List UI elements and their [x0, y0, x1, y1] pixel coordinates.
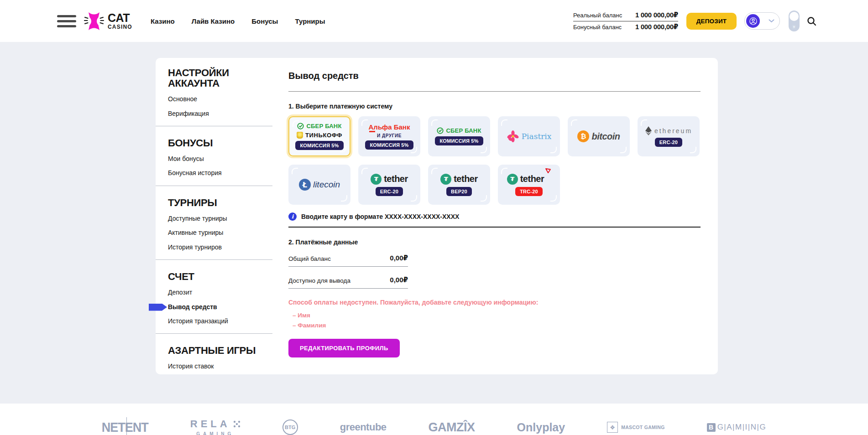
sberbank-icon: [297, 123, 304, 129]
tinkoff-icon: [297, 132, 303, 139]
provider-onlyplay[interactable]: Onlyplay: [517, 421, 565, 434]
sidebar-divider: [156, 186, 272, 186]
cat-logo-icon: [84, 10, 105, 31]
litecoin-icon: Ł: [299, 179, 311, 191]
providers-footer: NETENT RELA GAMING BTG greentube GAMZÎX …: [0, 404, 868, 435]
sidebar-item-main[interactable]: Основное: [168, 96, 288, 103]
available-balance-value: 0,00₽: [390, 276, 408, 284]
logo[interactable]: CAT CASINO: [84, 10, 132, 31]
commission-badge: КОМИССИЯ 5%: [295, 141, 343, 150]
withdrawal-content: Вывод средств 1. Выберите платежную сист…: [288, 58, 718, 374]
sidebar-section-bonuses: БОНУСЫ: [168, 138, 257, 148]
sidebar-section-tournaments: ТУРНИРЫ: [168, 197, 257, 208]
network-badge: ERC-20: [376, 187, 403, 196]
divider: [288, 227, 701, 228]
search-button[interactable]: [806, 16, 817, 26]
real-balance-value: 1 000 000,00₽: [635, 11, 678, 19]
total-balance-label: Общий баланс: [288, 255, 331, 262]
bonus-balance-value: 1 000 000,00₽: [635, 23, 678, 31]
commission-badge: КОМИССИЯ 5%: [365, 140, 413, 150]
payment-method-tether-erc20[interactable]: ₮ tether ERC-20: [358, 165, 420, 205]
commission-badge: КОМИССИЯ 5%: [435, 136, 483, 145]
nav-live-casino[interactable]: Лайв Казино: [192, 17, 235, 25]
account-menu[interactable]: [744, 12, 780, 30]
user-icon: [749, 17, 757, 25]
available-balance-row: Доступно для вывода 0,00₽: [288, 276, 408, 289]
sidebar-item-active-tournaments[interactable]: Активные турниры: [168, 229, 288, 236]
btg-badge-icon: BTG: [282, 419, 298, 435]
bonus-balance-label: Бонусный баланс: [573, 24, 622, 31]
missing-field-last-name: Фамилия: [288, 322, 701, 329]
page-title: Вывод средств: [288, 71, 701, 81]
sidebar-item-available-tournaments[interactable]: Доступные турниры: [168, 215, 288, 222]
payment-method-bitcoin[interactable]: ₿ bitcoin: [568, 116, 630, 156]
card-format-hint: Вводите карту в формате XXXX-XXXX-XXXX-X…: [288, 212, 701, 221]
alfabank-logo: Альфа Банк: [369, 123, 410, 131]
payment-method-alfa[interactable]: Альфа Банк И ДРУГИЕ КОМИССИЯ 5%: [358, 116, 420, 156]
sidebar-divider: [156, 259, 272, 260]
search-icon: [806, 16, 817, 26]
provider-netent[interactable]: NETENT: [102, 419, 148, 435]
sidebar-item-tournament-history[interactable]: История турниров: [168, 244, 288, 251]
provider-btg[interactable]: BTG: [282, 419, 298, 435]
main-nav: Казино Лайв Казино Бонусы Турниры: [151, 17, 325, 25]
sidebar-item-my-bonuses[interactable]: Мои бонусы: [168, 155, 288, 162]
chevron-down-icon: [769, 19, 774, 23]
network-badge: BEP20: [446, 187, 472, 196]
network-badge: TRC-20: [515, 187, 543, 196]
payment-method-tether-trc20[interactable]: ₮ tether TRC-20: [498, 165, 560, 205]
mascot-monogram-icon: ❖: [607, 422, 618, 433]
edit-profile-button[interactable]: РЕДАКТИРОВАТЬ ПРОФИЛЬ: [288, 339, 400, 357]
sidebar-item-verification[interactable]: Верификация: [168, 110, 288, 117]
tether-icon: ₮: [507, 174, 518, 185]
sidebar-section-gambling: АЗАРТНЫЕ ИГРЫ: [168, 345, 257, 356]
sidebar-item-bonus-history[interactable]: Бонусная история: [168, 170, 288, 176]
total-balance-row: Общий баланс 0,00₽: [288, 254, 408, 267]
toggle-knob: [790, 12, 799, 21]
menu-button[interactable]: [57, 15, 76, 27]
bonus-balance-row: Бонусный баланс 1 000 000,00₽: [573, 21, 678, 33]
provider-bgaming[interactable]: B G|A|M|I|N|G: [707, 423, 767, 432]
avatar: [746, 14, 760, 28]
real-balance-label: Реальный баланс: [573, 12, 622, 19]
nav-bonuses[interactable]: Бонусы: [251, 17, 278, 25]
sun-icon: [789, 24, 800, 30]
payment-method-litecoin[interactable]: Ł litecoin: [288, 165, 350, 205]
payment-method-ethereum[interactable]: ethereum ERC-20: [638, 116, 700, 156]
payment-method-tether-bep20[interactable]: ₮ tether BEP20: [428, 165, 490, 205]
missing-fields-list: Имя Фамилия: [288, 312, 701, 329]
balance-block: Реальный баланс 1 000 000,00₽ Бонусный б…: [573, 10, 678, 33]
provider-greentube[interactable]: greentube: [340, 421, 387, 433]
sidebar-item-deposit[interactable]: Депозит: [168, 289, 288, 296]
step2-label: 2. Платёжные данные: [288, 238, 701, 246]
nav-casino[interactable]: Казино: [151, 17, 175, 25]
sidebar-section-account-settings: НАСТРОЙКИ АККАУНТА: [168, 67, 257, 88]
real-balance-row: Реальный баланс 1 000 000,00₽: [573, 10, 678, 21]
total-balance-value: 0,00₽: [390, 254, 408, 262]
provider-gamzix[interactable]: GAMZÎX: [429, 420, 475, 435]
payment-unavailable-warning: Способ оплаты недоступен. Пожалуйста, до…: [288, 299, 701, 306]
bgaming-b-icon: B: [707, 423, 716, 432]
missing-field-first-name: Имя: [288, 312, 701, 319]
provider-relax-gaming[interactable]: RELA GAMING: [190, 418, 241, 435]
account-panel: НАСТРОЙКИ АККАУНТА Основное Верификация …: [156, 58, 718, 374]
nav-tournaments[interactable]: Турниры: [295, 17, 325, 25]
active-item-marker: [149, 304, 167, 311]
sidebar-item-withdrawal[interactable]: Вывод средств: [168, 304, 288, 311]
sidebar-section-account: СЧЕТ: [168, 271, 257, 282]
tether-icon: ₮: [371, 174, 382, 185]
divider: [288, 91, 701, 92]
deposit-button[interactable]: ДЕПОЗИТ: [686, 13, 737, 30]
account-sidebar: НАСТРОЙКИ АККАУНТА Основное Верификация …: [156, 58, 288, 374]
payment-method-sber[interactable]: СБЕР БАНК КОМИССИЯ 5%: [428, 116, 490, 156]
sidebar-item-transaction-history[interactable]: История транзакций: [168, 318, 288, 325]
sidebar-item-bet-history[interactable]: История ставок: [168, 363, 288, 370]
step1-label: 1. Выберите платежную систему: [288, 103, 701, 110]
network-badge: ERC-20: [655, 138, 682, 147]
bitcoin-icon: ₿: [577, 130, 589, 142]
payment-method-piastrix[interactable]: Piastrix: [498, 116, 560, 156]
theme-toggle[interactable]: [789, 10, 800, 31]
payment-method-sber-tinkoff[interactable]: СБЕР БАНК ТИНЬКОФФ КОМИССИЯ 5%: [288, 116, 350, 156]
tether-icon: ₮: [440, 174, 451, 185]
provider-mascot-gaming[interactable]: ❖ MASCOT GAMING: [607, 422, 664, 433]
